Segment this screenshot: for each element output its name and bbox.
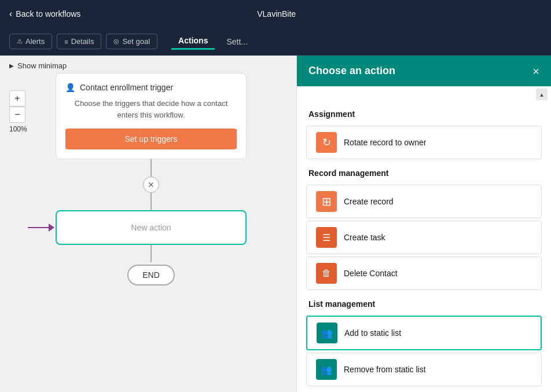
panel-header: Choose an action × [297,56,551,86]
back-arrow-icon: ‹ [9,9,12,19]
back-link[interactable]: ‹ Back to workflows [9,9,80,19]
tab-alerts[interactable]: ⚠ Alerts [9,34,52,49]
main-area: ▶ Show minimap + − 100% 👤 Contact enroll… [0,56,551,392]
tab-bar: ⚠ Alerts ≡ Details ◎ Set goal Actions Se… [0,28,551,56]
action-remove-static-list[interactable]: 👥 Remove from static list [306,353,542,386]
person-icon: 👤 [65,83,75,92]
minimap-arrow-icon: ▶ [9,63,14,69]
details-icon: ≡ [64,38,68,45]
section-list-management: List management [297,292,551,313]
trigger-header: 👤 Contact enrollment trigger [65,83,237,92]
connector-line-3 [150,245,152,262]
zoom-out-button[interactable]: − [9,107,25,123]
action-delete-contact[interactable]: 🗑 Delete Contact [306,257,542,290]
end-node: END [127,265,175,285]
action-node[interactable]: New action [56,210,247,245]
add-static-list-icon: 👥 [317,323,337,343]
minimap-toggle[interactable]: ▶ Show minimap [9,61,67,70]
panel-body: ▲ Assignment ↻ Rotate record to owner Re… [297,86,551,392]
remove-static-list-label: Remove from static list [344,365,426,374]
action-create-record[interactable]: ⊞ Create record [306,185,542,218]
section-record-management: Record management [297,162,551,182]
trigger-body: Choose the triggers that decide how a co… [65,98,237,120]
panel-title: Choose an action [308,65,395,77]
create-task-icon: ☰ [316,227,337,248]
minimap-label: Show minimap [17,61,67,70]
arrow-line [28,227,49,228]
remove-connector-button[interactable]: ✕ [143,177,159,193]
tab-set-goal[interactable]: ◎ Set goal [106,34,157,49]
create-record-icon: ⊞ [316,191,337,212]
top-nav: ‹ Back to workflows VLavinBite [0,0,551,28]
remove-static-list-icon: 👥 [316,359,337,380]
action-rotate-record[interactable]: ↻ Rotate record to owner [306,126,542,159]
create-record-label: Create record [344,197,394,206]
scroll-up-button[interactable]: ▲ [536,89,548,100]
trigger-title: Contact enrollment trigger [80,83,173,92]
tab-settings[interactable]: Sett... [219,34,255,49]
tab-details[interactable]: ≡ Details [57,34,101,49]
setup-triggers-button[interactable]: Set up triggers [65,129,237,149]
delete-contact-icon: 🗑 [316,263,337,284]
zoom-in-button[interactable]: + [9,90,25,107]
section-ads-management: Ads management [297,389,551,392]
close-panel-button[interactable]: × [532,65,539,77]
arrow-head-icon [49,224,54,232]
action-add-static-list[interactable]: 👥 Add to static list [306,316,542,350]
section-assignment: Assignment [297,102,551,123]
delete-contact-label: Delete Contact [344,269,398,278]
action-node-label: New action [131,223,171,232]
zoom-level: 100% [9,125,27,133]
zoom-controls: + − 100% [9,90,27,133]
side-panel: Choose an action × ▲ Assignment ↻ Rotate… [296,56,551,392]
trigger-node[interactable]: 👤 Contact enrollment trigger Choose the … [56,73,247,159]
tab-actions[interactable]: Actions [171,33,215,50]
connector-line-2 [150,193,152,210]
app-title: VLavinBite [257,9,296,19]
workflow-nodes: 👤 Contact enrollment trigger Choose the … [56,73,247,285]
arrow-indicator [28,224,54,232]
goal-icon: ◎ [113,38,119,45]
rotate-record-label: Rotate record to owner [344,138,426,147]
workflow-canvas: ▶ Show minimap + − 100% 👤 Contact enroll… [0,56,296,392]
create-task-label: Create task [344,233,385,242]
scroll-top-indicator: ▲ [297,86,551,102]
connector-line-1 [150,159,152,177]
action-create-task[interactable]: ☰ Create task [306,221,542,254]
add-static-list-label: Add to static list [344,328,401,338]
rotate-record-icon: ↻ [316,132,337,153]
back-label: Back to workflows [16,9,80,19]
alerts-icon: ⚠ [17,38,23,45]
